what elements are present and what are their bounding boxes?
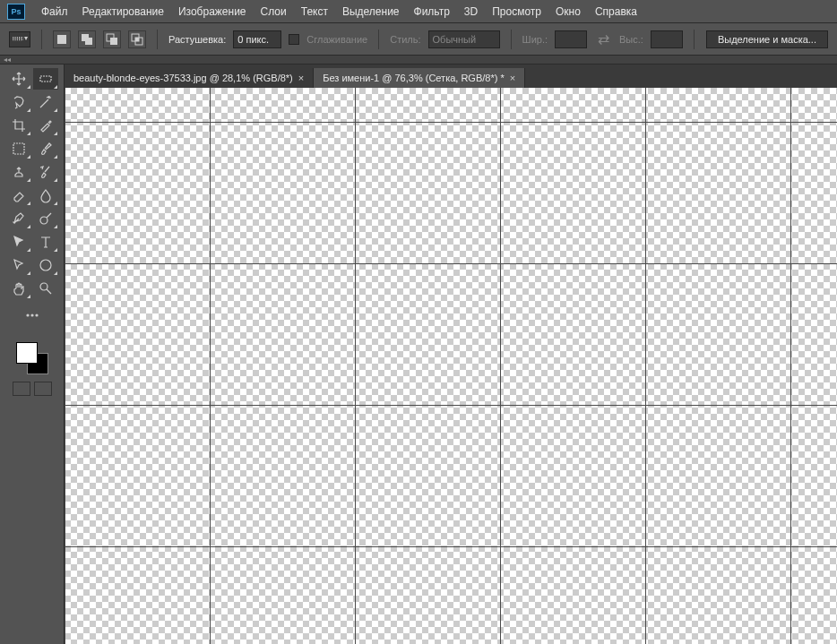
- divider: [378, 30, 379, 49]
- feather-input[interactable]: [233, 30, 281, 48]
- collapse-row: ◂◂: [0, 56, 837, 64]
- hand-tool-icon[interactable]: [6, 278, 31, 299]
- magic-wand-tool-icon[interactable]: [33, 91, 58, 113]
- pen-tool-icon[interactable]: [6, 208, 31, 229]
- document-area: beauty-blonde-eyes-37533.jpg @ 28,1% (RG…: [65, 64, 837, 644]
- toolbar: [0, 64, 65, 644]
- menu-image[interactable]: Изображение: [171, 2, 254, 21]
- menu-bar: Ps Файл Редактирование Изображение Слои …: [0, 0, 837, 23]
- tool-preset-dropdown[interactable]: [9, 31, 30, 47]
- style-dropdown[interactable]: Обычный: [428, 30, 500, 48]
- svg-rect-10: [40, 76, 51, 82]
- height-label: Выс.:: [619, 34, 643, 45]
- options-bar: Растушевка: Сглаживание Стиль: Обычный Ш…: [0, 23, 837, 56]
- svg-point-17: [36, 314, 38, 316]
- canvas[interactable]: [65, 88, 837, 644]
- selection-new-icon[interactable]: [53, 30, 71, 48]
- color-swatches[interactable]: [16, 342, 48, 374]
- svg-rect-4: [85, 38, 92, 45]
- svg-rect-0: [13, 37, 22, 38]
- eyedropper-tool-icon[interactable]: [33, 115, 58, 136]
- path-select-tool-icon[interactable]: [6, 231, 31, 253]
- svg-point-16: [31, 314, 33, 316]
- width-label: Шир.:: [522, 34, 548, 45]
- brush-tool-icon[interactable]: [33, 138, 58, 159]
- blur-tool-icon[interactable]: [33, 185, 58, 206]
- width-input: [555, 30, 587, 48]
- tab-label: beauty-blonde-eyes-37533.jpg @ 28,1% (RG…: [73, 73, 293, 83]
- height-input: [651, 30, 683, 48]
- menu-layers[interactable]: Слои: [254, 2, 294, 21]
- edit-toolbar-icon[interactable]: [20, 305, 45, 326]
- foreground-color-swatch[interactable]: [16, 342, 38, 364]
- svg-rect-1: [13, 39, 22, 39]
- menu-edit[interactable]: Редактирование: [75, 2, 171, 21]
- feather-label: Растушевка:: [168, 34, 226, 45]
- frame-tool-icon[interactable]: [6, 138, 31, 159]
- svg-point-14: [40, 283, 47, 290]
- history-brush-tool-icon[interactable]: [33, 161, 58, 183]
- antialias-checkbox: [289, 34, 299, 45]
- divider: [694, 30, 695, 49]
- grid-overlay: [65, 88, 837, 644]
- menu-select[interactable]: Выделение: [335, 2, 407, 21]
- menu-3d[interactable]: 3D: [457, 2, 485, 21]
- select-and-mask-button[interactable]: Выделение и маска...: [706, 30, 828, 48]
- marquee-tool-icon[interactable]: [33, 68, 58, 90]
- menu-text[interactable]: Текст: [294, 2, 335, 21]
- selection-add-icon[interactable]: [78, 30, 96, 48]
- document-tab[interactable]: beauty-blonde-eyes-37533.jpg @ 28,1% (RG…: [65, 68, 314, 88]
- document-tab[interactable]: Без имени-1 @ 76,3% (Сетка, RGB/8*) * ×: [314, 68, 525, 88]
- tab-label: Без имени-1 @ 76,3% (Сетка, RGB/8*) *: [323, 73, 505, 83]
- selection-intersect-icon[interactable]: [128, 30, 146, 48]
- svg-point-13: [40, 260, 51, 270]
- svg-rect-6: [110, 38, 117, 45]
- ps-logo-icon: Ps: [7, 4, 25, 20]
- swap-wh-icon: ⇄: [594, 30, 612, 48]
- screenmode-icon[interactable]: [34, 382, 52, 396]
- divider: [41, 30, 42, 49]
- tab-close-icon[interactable]: ×: [510, 73, 515, 83]
- quickmask-mode-icon[interactable]: [13, 382, 30, 396]
- svg-rect-2: [57, 35, 66, 44]
- clone-stamp-tool-icon[interactable]: [6, 161, 31, 183]
- direct-select-tool-icon[interactable]: [6, 254, 31, 276]
- menu-file[interactable]: Файл: [34, 2, 75, 21]
- antialias-label: Сглаживание: [306, 34, 367, 45]
- document-tabs: beauty-blonde-eyes-37533.jpg @ 28,1% (RG…: [65, 64, 837, 88]
- divider: [511, 30, 512, 49]
- lasso-tool-icon[interactable]: [6, 91, 31, 113]
- divider: [157, 30, 158, 49]
- menu-view[interactable]: Просмотр: [485, 2, 548, 21]
- move-tool-icon[interactable]: [6, 68, 31, 90]
- tab-close-icon[interactable]: ×: [298, 73, 304, 83]
- dodge-tool-icon[interactable]: [33, 208, 58, 229]
- svg-point-15: [27, 314, 29, 316]
- style-label: Стиль:: [390, 34, 420, 45]
- crop-tool-icon[interactable]: [6, 115, 31, 136]
- shape-tool-icon[interactable]: [33, 254, 58, 276]
- selection-subtract-icon[interactable]: [103, 30, 121, 48]
- svg-rect-11: [13, 143, 24, 154]
- svg-point-12: [40, 217, 47, 224]
- eraser-tool-icon[interactable]: [6, 185, 31, 206]
- menu-filter[interactable]: Фильтр: [407, 2, 457, 21]
- svg-rect-9: [135, 38, 139, 41]
- text-tool-icon[interactable]: [33, 231, 58, 253]
- menu-window[interactable]: Окно: [548, 2, 588, 21]
- zoom-tool-icon[interactable]: [33, 278, 58, 299]
- collapse-arrows-icon[interactable]: ◂◂: [0, 56, 32, 64]
- menu-help[interactable]: Справка: [588, 2, 644, 21]
